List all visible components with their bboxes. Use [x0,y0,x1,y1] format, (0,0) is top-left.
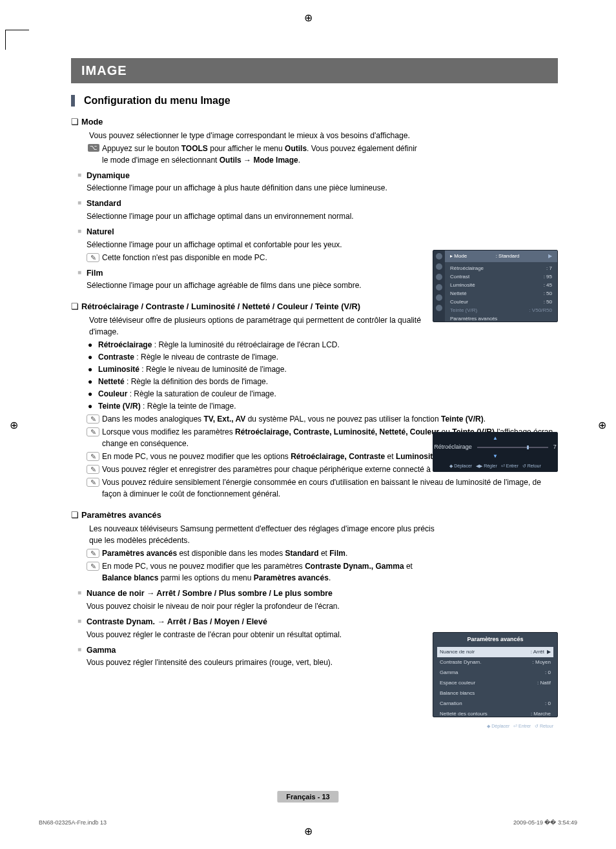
bullet-square-icon: ❏ [71,509,81,522]
note-icon: ✎ [87,452,99,461]
osd-row-value: : 45 [544,281,552,289]
list-item: Contraste : Règle le niveau de contraste… [98,351,278,363]
item-title: Nuance de noir → Arrêt / Sombre / Plus s… [87,588,333,600]
item-title: Film [87,267,103,280]
heading-marker [71,95,75,107]
bullet-square-small-icon: ■ [77,267,87,278]
paragraph: Sélectionne l'image pour un affichage à … [87,182,420,194]
registration-mark-icon: ⊕ [598,418,606,431]
chevron-right-icon: ▶ [547,648,551,656]
note-icon: ✎ [87,465,99,474]
osd-slider-label: Rétroéclairage [434,443,472,452]
bullet-square-icon: ❏ [71,300,81,313]
osd-row-label: Teinte (V/R) [450,307,477,314]
osd-hint: ↺ Retour [522,463,541,470]
bullet-square-small-icon: ■ [77,588,87,598]
bullet-square-small-icon: ■ [77,644,87,655]
tools-icon: ⌥ [88,144,99,152]
note-text: En mode PC, vous ne pouvez modifier que … [102,451,439,462]
osd-row-value: : Natif [537,679,551,687]
osd-row-label: Paramètres avancés [450,315,497,323]
list-item: Rétroéclairage : Règle la luminosité du … [98,339,340,351]
note-icon: ✎ [87,414,99,424]
osd-hint: ⏎ Entrer [501,463,518,470]
osd-row-label: Espace couleur [440,679,475,687]
page-footer-badge: Français - 13 [277,791,338,803]
osd-row-value: : Marche [531,710,551,718]
osd-row-label: Balance blancs [440,690,475,697]
bullet-dot-icon: ● [88,339,98,351]
osd-row-label: Netteté [450,290,467,298]
note-icon: ✎ [87,562,99,571]
bullet-dot-icon: ● [88,351,98,363]
osd-title: Paramètres avancés [433,633,557,647]
osd-row-label: Luminosité [450,281,475,289]
crop-mark [5,30,25,50]
osd-row-label: Rétroéclairage [450,265,484,272]
list-item: Luminosité : Règle le niveau de luminosi… [98,363,287,375]
paragraph: Sélectionne l'image pour un affichage op… [87,239,420,251]
osd-row-label: Netteté des contours [440,710,488,718]
osd-row-label: Nuance de noir [440,648,475,656]
note-text: Vous pouvez réduire sensiblement l'énerg… [102,476,558,500]
list-item: Couleur : Règle la saturation de couleur… [98,388,276,400]
osd-screenshot-advanced: Paramètres avancés Nuance de noir: Arrêt… [433,632,558,717]
bullet-square-small-icon: ■ [77,226,87,236]
list-item: Teinte (V/R) : Règle la teinte de l'imag… [98,400,236,412]
osd-row-label: Contraste Dynam. [440,659,481,666]
osd-screenshot-slider: ▲ Rétroéclairage 7 ▼ ◆ Déplacer ◀▶ Régle… [433,432,558,472]
osd-hint: ◆ Déplacer [449,463,472,470]
osd-screenshot-mode: ▸ Mode : Standard ▶ Rétroéclairage: 7 Co… [433,250,558,322]
bullet-dot-icon: ● [88,400,98,412]
section-title: IMAGE [71,58,558,83]
osd-row-value: : 0 [545,669,551,677]
paragraph: Sélectionne l'image pour un affichage ag… [87,280,420,291]
registration-mark-icon: ⊕ [304,825,313,837]
subsection-title: Mode [81,116,103,128]
osd-row-value: : Moyen [533,659,551,666]
osd-row-label: Contrast [450,273,469,281]
osd-slider-value: 7 [553,443,557,452]
osd-row-value: : 50 [544,290,552,298]
item-title: Gamma [87,644,116,657]
section-heading: Configuration du menu Image [84,95,231,107]
item-title: Dynamique [87,170,130,182]
note-text: Cette fonction n'est pas disponible en m… [102,252,267,263]
note-icon: ✎ [87,253,99,262]
osd-row-value: : V50/R50 [529,307,552,314]
osd-hint: ◀▶ Régler [476,463,497,470]
registration-mark-icon: ⊕ [10,418,18,431]
paragraph: Les nouveaux téléviseurs Samsung permett… [89,523,438,547]
paragraph: Sélectionne l'image pour un affichage op… [87,210,420,222]
note-icon: ✎ [87,478,99,487]
bullet-square-small-icon: ■ [77,198,87,208]
osd-hint: ⏎ Entrer [513,724,531,728]
osd-hint: ◆ Déplacer [487,724,509,728]
item-title: Contraste Dynam. → Arrêt / Bas / Moyen /… [87,616,267,628]
osd-row-label: Carnation [440,700,462,708]
paragraph: Votre téléviseur offre de plusieurs opti… [89,314,438,338]
chevron-right-icon: ▶ [548,252,552,260]
osd-slider-track [477,447,548,448]
bullet-dot-icon: ● [88,376,98,387]
osd-hint: ↺ Retour [535,724,553,728]
note-icon: ✎ [87,549,99,558]
registration-mark-icon: ⊕ [304,12,313,24]
osd-row-value: : 7 [546,265,552,272]
bullet-square-small-icon: ■ [77,616,87,626]
bullet-dot-icon: ● [88,388,98,400]
paragraph: Vous pouvez choisir le niveau de noir po… [87,600,558,612]
chevron-up-icon: ▲ [493,435,498,442]
bullet-square-icon: ❏ [71,116,81,128]
item-title: Standard [87,198,121,210]
paragraph: Appuyez sur le bouton TOOLS pour affiche… [102,143,420,166]
osd-row-label: ▸ Mode [450,252,467,260]
bullet-square-small-icon: ■ [77,170,87,180]
print-job-left: BN68-02325A-Fre.indb 13 [39,819,107,826]
note-text: Paramètres avancés est disponible dans l… [102,547,347,559]
osd-row-value: : 0 [545,700,551,708]
chevron-down-icon: ▼ [493,453,498,460]
osd-row-value: : Arrêt [531,648,544,656]
note-text: En mode PC, vous ne pouvez modifier que … [102,560,420,584]
note-text: Dans les modes analogiques TV, Ext., AV … [102,413,486,425]
